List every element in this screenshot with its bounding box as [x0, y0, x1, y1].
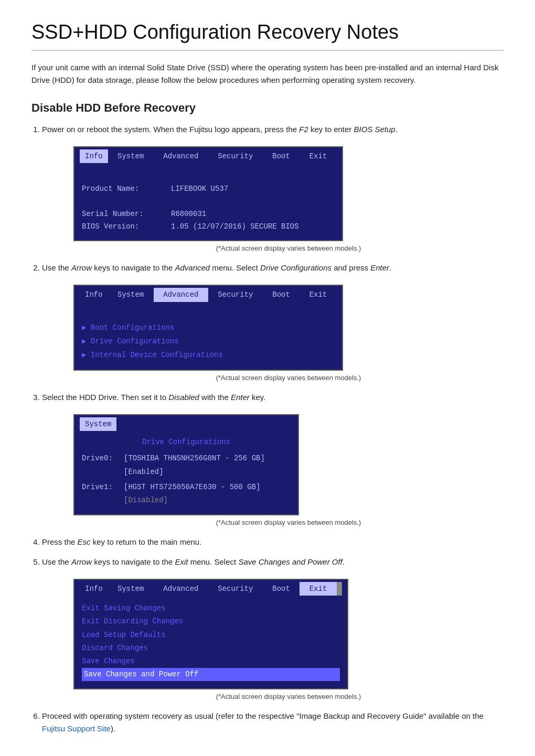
drive-config-screen: System Drive Configurations Drive0: [TOS… — [73, 414, 299, 516]
step-5-text: Use the Arrow keys to navigate to the Ex… — [42, 557, 345, 566]
exit-item-6: Save Changes and Power Off — [82, 668, 340, 681]
exit-tab-exit: Exit — [299, 582, 336, 596]
bios-info-screen-wrapper: Info System Advanced Security Boot Exit … — [73, 141, 504, 254]
steps-list: Power on or reboot the system. When the … — [42, 123, 504, 735]
section-title: Disable HDD Before Recovery — [31, 101, 504, 115]
drive0-status: [Enabled] — [124, 468, 164, 476]
drive0-label: Drive0: — [82, 452, 120, 465]
step-6-text: Proceed with operating system recovery a… — [42, 711, 484, 733]
step-6: Proceed with operating system recovery a… — [42, 710, 504, 735]
bios-tab-advanced-2: Advanced — [154, 288, 208, 301]
drive0-row: Drive0: [TOSHIBA THNSNH256G8NT - 256 GB]… — [82, 452, 291, 478]
exit-tab-system: System — [108, 582, 154, 596]
step-1-text: Power on or reboot the system. When the … — [42, 125, 398, 134]
exit-item-2: Exit Discarding Changes — [82, 615, 340, 628]
exit-tab-advanced: Advanced — [154, 582, 208, 596]
step-3: Select the HDD Drive. Then set it to Dis… — [42, 391, 504, 528]
exit-item-4: Discard Changes — [82, 642, 340, 655]
bios-tab-security-1: Security — [208, 149, 263, 163]
step-2-text: Use the Arrow keys to navigate to the Ad… — [42, 263, 391, 272]
fujitsu-support-link[interactable]: Fujitsu Support Site — [42, 724, 111, 733]
step-1: Power on or reboot the system. When the … — [42, 123, 504, 254]
bios-advanced-screen-wrapper: Info System Advanced Security Boot Exit … — [73, 279, 504, 383]
bios-advanced-screen: Info System Advanced Security Boot Exit … — [73, 285, 343, 371]
bios-advanced-body: Boot Configurations Drive Configurations… — [74, 304, 342, 370]
step-3-text: Select the HDD Drive. Then set it to Dis… — [42, 393, 265, 402]
drive1-row: Drive1: [HGST HTS725050A7E630 - 500 GB] … — [82, 481, 291, 507]
page-title: SSD+HDD Configuration Recovery Notes — [31, 21, 504, 51]
product-name-label: Product Name: — [82, 183, 166, 196]
exit-tab-info: Info — [80, 582, 108, 596]
bios-tab-boot-1: Boot — [263, 149, 299, 163]
serial-number-label: Serial Number: — [82, 208, 166, 221]
bios-tab-system-2: System — [108, 288, 154, 301]
drive0-value: [TOSHIBA THNSNH256G8NT - 256 GB] [Enable… — [124, 452, 291, 478]
bios-info-body: Product Name: LIFEBOOK U537 Serial Numbe… — [74, 165, 342, 240]
exit-menubar: Info System Advanced Security Boot Exit — [74, 580, 347, 598]
caption-3: (*Actual screen display varies between m… — [73, 517, 504, 528]
bios-info-screen: Info System Advanced Security Boot Exit … — [73, 146, 343, 241]
drive-tab-system: System — [80, 417, 116, 431]
step-4: Press the Esc key to return to the main … — [42, 536, 504, 548]
intro-paragraph: If your unit came with an internal Solid… — [31, 61, 504, 87]
bios-tab-security-2: Security — [208, 288, 263, 301]
bios-item-boot-config: Boot Configurations — [82, 321, 335, 335]
serial-number-row: Serial Number: R6800031 — [82, 208, 335, 221]
bios-menubar-2: Info System Advanced Security Boot Exit — [74, 286, 342, 304]
step-5: Use the Arrow keys to navigate to the Ex… — [42, 556, 504, 703]
drive0-model: [TOSHIBA THNSNH256G8NT — [124, 454, 221, 462]
bios-item-internal-device: Internal Device Configurations — [82, 349, 335, 362]
bios-tab-advanced-1: Advanced — [154, 149, 208, 163]
exit-tab-security: Security — [208, 582, 263, 596]
bios-tab-info-1: Info — [80, 149, 108, 163]
exit-item-1: Exit Saving Changes — [82, 602, 340, 615]
drive-config-screen-wrapper: System Drive Configurations Drive0: [TOS… — [73, 409, 504, 528]
bios-version-value: 1.05 (12/07/2016) SECURE BIOS — [171, 221, 335, 233]
bios-menubar-1: Info System Advanced Security Boot Exit — [74, 147, 342, 165]
bios-version-row: BIOS Version: 1.05 (12/07/2016) SECURE B… — [82, 221, 335, 233]
exit-tab-boot: Boot — [263, 582, 299, 596]
caption-5: (*Actual screen display varies between m… — [73, 692, 504, 703]
step-4-text: Press the Esc key to return to the main … — [42, 537, 201, 546]
caption-2: (*Actual screen display varies between m… — [73, 373, 504, 384]
step-2: Use the Arrow keys to navigate to the Ad… — [42, 262, 504, 383]
bios-item-drive-config: Drive Configurations — [82, 335, 335, 349]
bios-tab-exit-2: Exit — [299, 288, 336, 301]
exit-item-highlight: Save Changes and Power Off — [82, 668, 340, 681]
drive1-size: - 500 GB] — [221, 483, 261, 491]
product-name-row: Product Name: LIFEBOOK U537 — [82, 183, 335, 196]
exit-item-3: Load Setup Defaults — [82, 629, 340, 642]
bios-tab-exit-1: Exit — [299, 149, 336, 163]
drive1-value: [HGST HTS725050A7E630 - 500 GB] [Disable… — [124, 481, 291, 507]
bios-version-label: BIOS Version: — [82, 221, 166, 233]
product-name-value: LIFEBOOK U537 — [171, 183, 335, 196]
serial-number-value: R6800031 — [171, 208, 335, 221]
exit-body: Exit Saving Changes Exit Discarding Chan… — [74, 598, 347, 688]
drive1-status: [Disabled] — [124, 496, 168, 504]
drive-body: Drive0: [TOSHIBA THNSNH256G8NT - 256 GB]… — [74, 449, 298, 514]
exit-screen-wrapper: Info System Advanced Security Boot Exit … — [73, 574, 504, 703]
bios-tab-boot-2: Boot — [263, 288, 299, 301]
drive1-label: Drive1: — [82, 481, 120, 494]
drive1-model: [HGST HTS725050A7E630 — [124, 483, 216, 491]
drive0-size: - 256 GB] — [225, 454, 265, 462]
exit-screen: Info System Advanced Security Boot Exit … — [73, 579, 348, 690]
exit-item-5: Save Changes — [82, 655, 340, 668]
bios-tab-system-1: System — [108, 149, 154, 163]
caption-1: (*Actual screen display varies between m… — [73, 243, 504, 254]
drive-title: Drive Configurations — [74, 433, 298, 449]
bios-tab-info-2: Info — [80, 288, 108, 301]
drive-menubar: System — [74, 415, 298, 433]
